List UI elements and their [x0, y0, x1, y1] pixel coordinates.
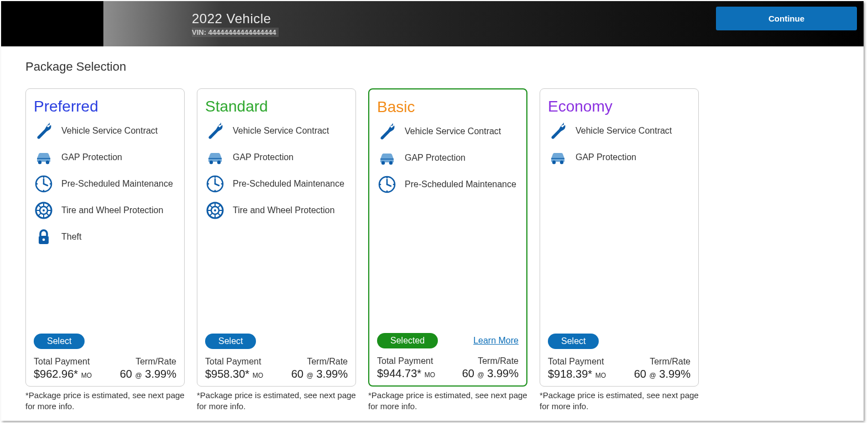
package-title: Preferred [34, 98, 176, 115]
feature-list: Vehicle Service ContractGAP ProtectionPr… [34, 121, 176, 331]
total-payment-label: Total Payment [34, 357, 92, 367]
car-icon [548, 147, 568, 167]
payment-period: MO [595, 372, 606, 379]
feature-label: Tire and Wheel Protection [61, 205, 163, 215]
package-card-preferred[interactable]: PreferredVehicle Service ContractGAP Pro… [25, 88, 185, 387]
package-title: Standard [205, 98, 348, 115]
feature-item: Pre-Scheduled Maintenance [34, 174, 176, 194]
card-actions: SelectedLearn More [377, 333, 519, 348]
app-frame: 2022 Vehicle VIN: 44444444444444444 Cont… [1, 1, 864, 421]
vehicle-title: 2022 Vehicle [192, 11, 279, 27]
feature-label: GAP Protection [405, 153, 466, 163]
feature-label: Vehicle Service Contract [405, 126, 501, 136]
package-cards-row: PreferredVehicle Service ContractGAP Pro… [25, 88, 839, 413]
select-button[interactable]: Select [548, 334, 599, 349]
price-disclaimer: *Package price is estimated, see next pa… [197, 390, 356, 413]
card-footer: Total Payment$944.73* MOTerm/Rate60 @ 3.… [377, 356, 519, 380]
term-rate-label: Term/Rate [135, 357, 176, 367]
card-actions: Select [205, 334, 348, 349]
term-value: 60 [120, 368, 132, 380]
total-payment-label: Total Payment [377, 356, 435, 366]
at-symbol: @ [135, 372, 142, 379]
car-icon [34, 147, 54, 167]
price-disclaimer: *Package price is estimated, see next pa… [368, 390, 527, 413]
rate-value: 3.99% [316, 368, 348, 380]
card-actions: Select [548, 334, 691, 349]
feature-item: GAP Protection [548, 147, 691, 167]
feature-label: Vehicle Service Contract [61, 126, 158, 136]
tire-icon [205, 200, 225, 220]
car-icon [205, 147, 225, 167]
card-footer: Total Payment$962.96* MOTerm/Rate60 @ 3.… [34, 357, 176, 380]
rate-value: 3.99% [487, 367, 519, 379]
feature-list: Vehicle Service ContractGAP Protection [548, 121, 691, 331]
term-rate-value: 60 @ 3.99% [120, 368, 176, 380]
feature-item: Tire and Wheel Protection [205, 200, 348, 220]
payment-amount: $944.73* [377, 367, 421, 379]
feature-item: Vehicle Service Contract [205, 121, 348, 141]
continue-button[interactable]: Continue [716, 7, 857, 30]
payment-amount: $918.39* [548, 368, 592, 380]
feature-list: Vehicle Service ContractGAP ProtectionPr… [205, 121, 348, 331]
feature-item: Vehicle Service Contract [377, 121, 519, 141]
wrench-icon [548, 121, 568, 141]
at-symbol: @ [307, 372, 313, 379]
feature-item: Pre-Scheduled Maintenance [377, 175, 519, 194]
term-value: 60 [462, 367, 474, 379]
clock-icon [205, 174, 225, 194]
total-payment-value: $944.73* MO [377, 367, 435, 380]
package-card-standard[interactable]: StandardVehicle Service ContractGAP Prot… [197, 88, 356, 387]
wrench-icon [377, 121, 397, 141]
feature-item: Tire and Wheel Protection [34, 200, 176, 220]
price-disclaimer: *Package price is estimated, see next pa… [25, 390, 185, 413]
package-title: Basic [377, 98, 519, 116]
select-button[interactable]: Select [34, 334, 85, 349]
learn-more-link[interactable]: Learn More [473, 336, 519, 346]
car-icon [377, 148, 397, 168]
package-card-economy[interactable]: EconomyVehicle Service ContractGAP Prote… [540, 88, 699, 387]
feature-label: Pre-Scheduled Maintenance [405, 179, 516, 189]
select-button[interactable]: Select [205, 334, 256, 349]
rate-value: 3.99% [659, 368, 691, 380]
feature-item: Vehicle Service Contract [34, 121, 176, 141]
payment-amount: $962.96* [34, 368, 78, 380]
feature-label: Tire and Wheel Protection [233, 205, 334, 215]
wrench-icon [205, 121, 225, 141]
lock-icon [34, 227, 54, 247]
feature-label: Pre-Scheduled Maintenance [61, 179, 173, 189]
content-area: Package Selection PreferredVehicle Servi… [1, 46, 864, 421]
card-footer: Total Payment$958.30* MOTerm/Rate60 @ 3.… [205, 357, 348, 380]
vehicle-vin: VIN: 44444444444444444 [192, 28, 279, 37]
at-symbol: @ [478, 371, 484, 379]
feature-item: GAP Protection [205, 147, 348, 167]
total-payment-label: Total Payment [548, 357, 606, 367]
rate-value: 3.99% [145, 368, 176, 380]
page-title: Package Selection [25, 60, 839, 74]
payment-period: MO [425, 371, 435, 379]
term-rate-value: 60 @ 3.99% [291, 368, 348, 380]
total-payment-label: Total Payment [205, 357, 263, 367]
package-title: Economy [548, 98, 691, 115]
term-value: 60 [634, 368, 646, 380]
at-symbol: @ [650, 372, 656, 379]
feature-label: Vehicle Service Contract [233, 126, 329, 136]
total-payment-value: $958.30* MO [205, 368, 263, 380]
vehicle-info: 2022 Vehicle VIN: 44444444444444444 [192, 11, 279, 37]
tire-icon [34, 200, 54, 220]
card-footer: Total Payment$918.39* MOTerm/Rate60 @ 3.… [548, 357, 691, 380]
feature-list: Vehicle Service ContractGAP ProtectionPr… [377, 121, 519, 331]
feature-item: GAP Protection [34, 147, 176, 167]
feature-item: Pre-Scheduled Maintenance [205, 174, 348, 194]
feature-label: Theft [61, 232, 81, 242]
package-card-basic[interactable]: BasicVehicle Service ContractGAP Protect… [368, 88, 527, 387]
term-value: 60 [291, 368, 304, 380]
price-disclaimer: *Package price is estimated, see next pa… [540, 390, 699, 413]
term-rate-value: 60 @ 3.99% [634, 368, 691, 380]
card-actions: Select [34, 334, 176, 349]
wrench-icon [34, 121, 54, 141]
feature-label: GAP Protection [233, 152, 294, 162]
feature-item: Vehicle Service Contract [548, 121, 691, 141]
feature-item: GAP Protection [377, 148, 519, 168]
term-rate-label: Term/Rate [478, 356, 519, 366]
selected-button[interactable]: Selected [377, 333, 438, 348]
